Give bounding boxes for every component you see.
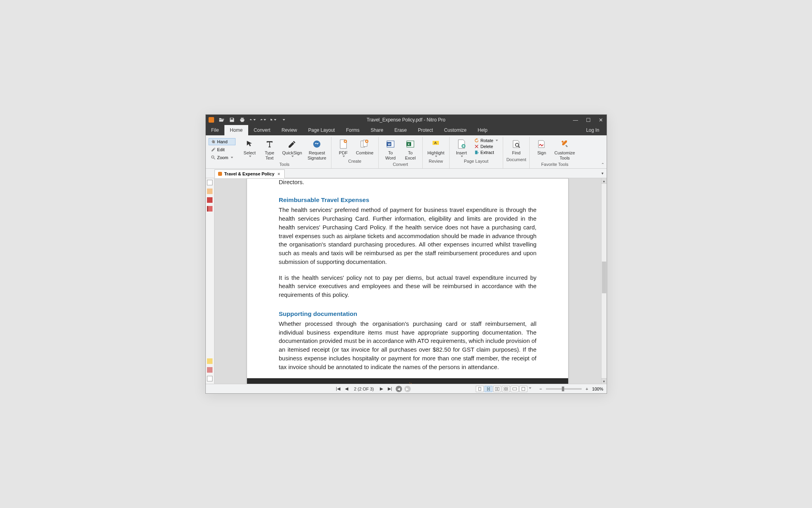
section-heading-1: Reimbursable Travel Expenses bbox=[279, 196, 536, 204]
side-panel bbox=[206, 178, 214, 384]
to-word-button[interactable]: W To Word bbox=[382, 138, 399, 161]
request-signature-button[interactable]: Request Signature bbox=[306, 138, 328, 161]
combine-button[interactable]: Combine bbox=[354, 138, 375, 158]
svg-point-0 bbox=[211, 156, 214, 158]
menu-forms[interactable]: Forms bbox=[341, 125, 365, 135]
last-page-button[interactable]: ▶| bbox=[387, 386, 393, 391]
select-button[interactable]: Select bbox=[241, 138, 259, 161]
zoom-tool-button[interactable]: Zoom bbox=[209, 154, 236, 161]
document-tab[interactable]: Travel & Expense Policy × bbox=[214, 169, 285, 178]
menu-page-layout[interactable]: Page Layout bbox=[303, 125, 340, 135]
comments-panel-icon[interactable] bbox=[207, 358, 213, 364]
nav-forward-button[interactable]: ▶ bbox=[404, 386, 411, 392]
rotate-icon bbox=[474, 138, 479, 143]
zoom-slider-thumb[interactable] bbox=[562, 387, 564, 391]
zoom-percent[interactable]: 100% bbox=[592, 387, 603, 391]
customize-tools-button[interactable]: Customize Tools bbox=[553, 138, 576, 161]
pages-panel-icon[interactable] bbox=[207, 180, 213, 185]
save-icon[interactable] bbox=[229, 117, 235, 123]
zoom-out-button[interactable]: − bbox=[538, 387, 543, 391]
sign-button[interactable]: Sign bbox=[533, 138, 550, 161]
nav-back-button[interactable]: ◀ bbox=[396, 386, 402, 392]
type-text-button[interactable]: Type Text bbox=[261, 138, 278, 161]
maximize-button[interactable]: ☐ bbox=[585, 117, 592, 123]
menu-review[interactable]: Review bbox=[276, 125, 303, 135]
customize-tools-icon bbox=[559, 139, 570, 150]
edit-label: Edit bbox=[217, 147, 225, 152]
to-excel-button[interactable]: X To Excel bbox=[402, 138, 419, 161]
chevron-down-icon bbox=[435, 156, 437, 157]
login-button[interactable]: Log In bbox=[579, 125, 606, 135]
find-label: Find bbox=[512, 150, 520, 156]
app-logo-icon[interactable] bbox=[208, 117, 214, 123]
tab-dropdown-button[interactable]: ▾ bbox=[598, 171, 607, 175]
qat-more-icon[interactable] bbox=[280, 117, 287, 123]
highlight-button[interactable]: A Highlight bbox=[426, 138, 446, 158]
view-single-button[interactable] bbox=[476, 386, 484, 392]
delete-button[interactable]: Delete bbox=[473, 144, 500, 149]
menu-customize[interactable]: Customize bbox=[439, 125, 472, 135]
print-icon[interactable] bbox=[239, 117, 245, 123]
type-text-label: Type Text bbox=[265, 150, 274, 160]
extract-icon bbox=[474, 150, 479, 155]
menu-convert[interactable]: Convert bbox=[248, 125, 276, 135]
security-panel-icon[interactable] bbox=[207, 206, 213, 212]
body-text-tail: Directors. bbox=[279, 179, 536, 185]
zoom-in-button[interactable]: + bbox=[584, 387, 590, 391]
open-icon[interactable] bbox=[218, 117, 225, 123]
undo-icon[interactable] bbox=[249, 117, 256, 123]
bookmarks-panel-icon[interactable] bbox=[207, 189, 213, 194]
pdf-button[interactable]: PDF bbox=[335, 138, 352, 158]
view-fit-width-button[interactable] bbox=[511, 386, 519, 392]
menu-share[interactable]: Share bbox=[365, 125, 389, 135]
pdf-icon bbox=[338, 139, 349, 150]
scroll-up-button[interactable]: ▴ bbox=[601, 178, 607, 184]
combine-label: Combine bbox=[356, 150, 373, 156]
scroll-down-button[interactable]: ▾ bbox=[601, 378, 607, 384]
word-icon: W bbox=[385, 139, 396, 150]
close-button[interactable]: ✕ bbox=[598, 117, 604, 123]
menu-file[interactable]: File bbox=[206, 125, 224, 135]
edit-tool-button[interactable]: Edit bbox=[209, 146, 236, 153]
minimize-button[interactable]: — bbox=[573, 117, 579, 123]
first-page-button[interactable]: |◀ bbox=[335, 386, 341, 391]
view-more-dropdown[interactable] bbox=[529, 387, 531, 392]
prev-page-button[interactable]: ◀ bbox=[344, 386, 349, 391]
request-signature-icon bbox=[311, 139, 322, 150]
menu-help[interactable]: Help bbox=[472, 125, 493, 135]
page-indicator[interactable]: 2 (2 OF 3) bbox=[352, 387, 376, 391]
quick-access-toolbar bbox=[208, 117, 287, 123]
svg-point-1 bbox=[313, 140, 320, 148]
next-page-button[interactable]: ▶ bbox=[379, 386, 384, 391]
quicksign-button[interactable]: QuickSign bbox=[281, 138, 304, 161]
find-button[interactable]: Find bbox=[508, 138, 525, 156]
view-facing-button[interactable] bbox=[493, 386, 501, 392]
ribbon-collapse-button[interactable]: ⌃ bbox=[601, 162, 604, 167]
insert-button[interactable]: Insert bbox=[453, 138, 470, 158]
rotate-button[interactable]: Rotate bbox=[473, 138, 500, 143]
attachments-panel-icon[interactable] bbox=[207, 367, 213, 373]
document-viewport[interactable]: Directors. Reimbursable Travel Expenses … bbox=[214, 178, 601, 384]
hand-tool-button[interactable]: Hand bbox=[209, 138, 236, 145]
menu-protect[interactable]: Protect bbox=[412, 125, 439, 135]
svg-rect-23 bbox=[513, 388, 517, 390]
select-tool-icon[interactable] bbox=[270, 117, 276, 123]
output-panel-icon[interactable] bbox=[207, 376, 213, 381]
signatures-panel-icon[interactable] bbox=[207, 197, 213, 203]
tab-close-button[interactable]: × bbox=[277, 171, 281, 176]
menu-erase[interactable]: Erase bbox=[389, 125, 412, 135]
vertical-scrollbar[interactable]: ▴ ▾ bbox=[601, 178, 607, 384]
scroll-thumb[interactable] bbox=[602, 262, 606, 293]
menu-home[interactable]: Home bbox=[224, 125, 248, 135]
view-fit-page-button[interactable] bbox=[519, 386, 527, 392]
pdf-tab-icon bbox=[218, 172, 222, 176]
view-continuous-button[interactable] bbox=[485, 386, 492, 392]
scroll-track[interactable] bbox=[601, 184, 607, 378]
zoom-slider[interactable] bbox=[546, 388, 582, 390]
redo-icon[interactable] bbox=[260, 117, 266, 123]
group-label-tools: Tools bbox=[279, 162, 289, 167]
chevron-down-icon bbox=[343, 156, 345, 157]
extract-button[interactable]: Extract bbox=[473, 150, 500, 155]
view-facing-continuous-button[interactable] bbox=[502, 386, 510, 392]
page-layout-small-buttons: Rotate Delete Extract bbox=[473, 138, 500, 158]
